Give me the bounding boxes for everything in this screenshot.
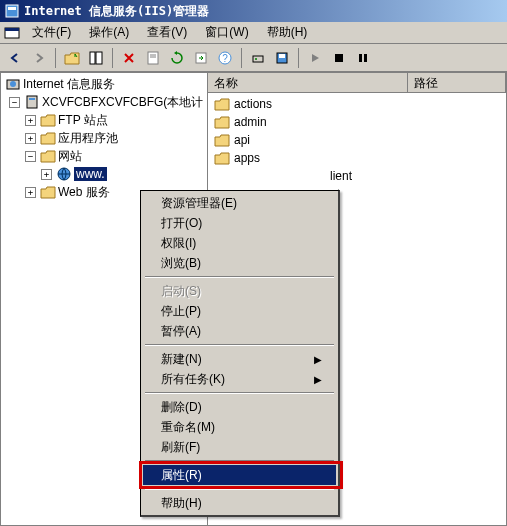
svg-rect-18 (364, 54, 367, 62)
ctx-help[interactable]: 帮助(H) (143, 493, 336, 513)
start-button[interactable] (304, 47, 326, 69)
back-button[interactable] (4, 47, 26, 69)
pause-button[interactable] (352, 47, 374, 69)
col-path[interactable]: 路径 (408, 73, 506, 92)
ctx-refresh[interactable]: 刷新(F) (143, 437, 336, 457)
list-item[interactable]: admin (210, 113, 504, 131)
expand-icon[interactable]: + (25, 187, 36, 198)
list-item-obscured[interactable]: lient (210, 167, 504, 185)
stop-button[interactable] (328, 47, 350, 69)
svg-rect-1 (8, 7, 16, 10)
folder-icon (214, 97, 230, 111)
ctx-properties[interactable]: 属性(R) (143, 465, 336, 485)
submenu-arrow-icon: ▶ (314, 374, 322, 385)
submenu-arrow-icon: ▶ (314, 354, 322, 365)
ctx-new[interactable]: 新建(N)▶ (143, 349, 336, 369)
svg-text:?: ? (222, 53, 228, 64)
svg-rect-22 (29, 98, 35, 100)
ctx-alltasks[interactable]: 所有任务(K)▶ (143, 369, 336, 389)
window-titlebar: Internet 信息服务(IIS)管理器 (0, 0, 507, 22)
collapse-icon[interactable]: − (9, 97, 20, 108)
ctx-rename[interactable]: 重命名(M) (143, 417, 336, 437)
export-button[interactable] (190, 47, 212, 69)
list-header: 名称 路径 (208, 73, 506, 93)
tree-server[interactable]: − XCVFCBFXCVFCBFG(本地计 (3, 93, 205, 111)
ctx-start: 启动(S) (143, 281, 336, 301)
help-button[interactable]: ? (214, 47, 236, 69)
svg-rect-16 (335, 54, 343, 62)
folder-icon (214, 115, 230, 129)
menu-bar: 文件(F) 操作(A) 查看(V) 窗口(W) 帮助(H) (0, 22, 507, 44)
col-name[interactable]: 名称 (208, 73, 408, 92)
expand-icon[interactable]: + (25, 115, 36, 126)
ctx-separator (145, 392, 334, 394)
folder-icon (40, 185, 56, 199)
list-item[interactable]: api (210, 131, 504, 149)
properties-button[interactable] (142, 47, 164, 69)
toolbar: ? (0, 44, 507, 72)
svg-rect-15 (279, 54, 285, 58)
app-icon (4, 3, 20, 19)
menu-window[interactable]: 窗口(W) (199, 22, 254, 43)
folder-icon (40, 149, 56, 163)
ctx-permissions[interactable]: 权限(I) (143, 233, 336, 253)
ctx-delete[interactable]: 删除(D) (143, 397, 336, 417)
menu-help[interactable]: 帮助(H) (261, 22, 314, 43)
svg-rect-3 (5, 28, 19, 31)
ctx-separator (145, 276, 334, 278)
folder-icon (214, 151, 230, 165)
svg-rect-5 (96, 52, 102, 64)
expand-icon[interactable]: + (41, 169, 52, 180)
svg-point-20 (10, 81, 16, 87)
tree-apppool[interactable]: + 应用程序池 (3, 129, 205, 147)
tree-websites[interactable]: − 网站 (3, 147, 205, 165)
up-button[interactable] (61, 47, 83, 69)
delete-button[interactable] (118, 47, 140, 69)
menu-view[interactable]: 查看(V) (141, 22, 193, 43)
mmc-icon (4, 25, 20, 41)
ctx-explorer[interactable]: 资源管理器(E) (143, 193, 336, 213)
ctx-separator (145, 460, 334, 462)
svg-rect-4 (90, 52, 95, 64)
folder-icon (40, 113, 56, 127)
expand-icon[interactable]: + (25, 133, 36, 144)
svg-point-13 (255, 58, 257, 60)
svg-rect-12 (253, 56, 263, 62)
show-hide-button[interactable] (85, 47, 107, 69)
globe-icon (56, 166, 72, 182)
context-menu: 资源管理器(E) 打开(O) 权限(I) 浏览(B) 启动(S) 停止(P) 暂… (140, 190, 340, 517)
ctx-separator (145, 488, 334, 490)
menu-file[interactable]: 文件(F) (26, 22, 77, 43)
iis-icon (5, 76, 21, 92)
list-item[interactable]: apps (210, 149, 504, 167)
menu-action[interactable]: 操作(A) (83, 22, 135, 43)
svg-rect-17 (359, 54, 362, 62)
svg-rect-21 (27, 96, 37, 108)
connect-button[interactable] (247, 47, 269, 69)
tree-ftp[interactable]: + FTP 站点 (3, 111, 205, 129)
ctx-open[interactable]: 打开(O) (143, 213, 336, 233)
ctx-separator (145, 344, 334, 346)
refresh-button[interactable] (166, 47, 188, 69)
folder-icon (40, 131, 56, 145)
svg-rect-6 (148, 52, 158, 64)
ctx-pause[interactable]: 暂停(A) (143, 321, 336, 341)
svg-rect-0 (6, 5, 18, 17)
window-title: Internet 信息服务(IIS)管理器 (24, 3, 209, 20)
tree-root[interactable]: Internet 信息服务 (3, 75, 205, 93)
ctx-browse[interactable]: 浏览(B) (143, 253, 336, 273)
server-icon (24, 94, 40, 110)
save-config-button[interactable] (271, 47, 293, 69)
folder-icon (214, 133, 230, 147)
list-item[interactable]: actions (210, 95, 504, 113)
ctx-stop[interactable]: 停止(P) (143, 301, 336, 321)
forward-button[interactable] (28, 47, 50, 69)
tree-site-selected[interactable]: + www. (3, 165, 205, 183)
collapse-icon[interactable]: − (25, 151, 36, 162)
